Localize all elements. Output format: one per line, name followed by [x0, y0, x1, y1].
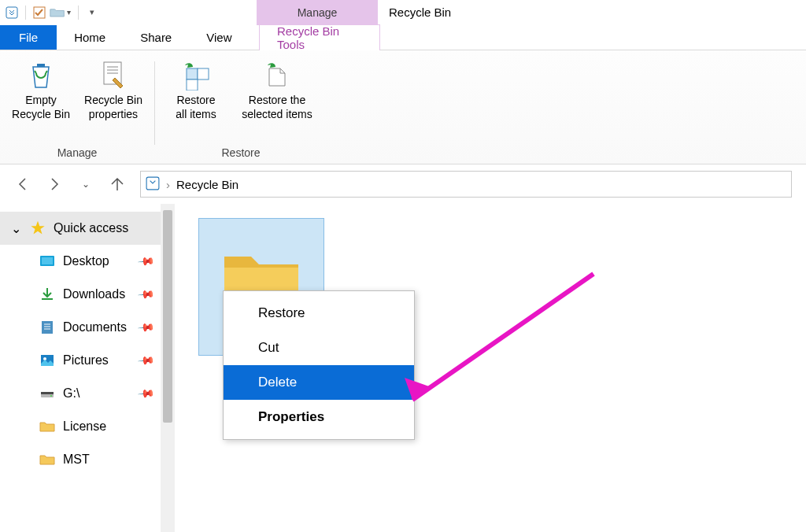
ribbon-group-manage: Empty Recycle Bin Recycle Bin properties… — [0, 57, 154, 164]
svg-rect-11 — [42, 257, 53, 264]
sidebar-label: G:\ — [63, 386, 79, 401]
ribbon-group-restore: Restore all items Restore the selected i… — [155, 57, 327, 164]
content-area: ⌄ Quick access Desktop 📌 Downloads 📌 Doc… — [0, 204, 806, 532]
checkbox-qat-icon[interactable] — [32, 6, 46, 20]
pin-icon: 📌 — [137, 285, 155, 303]
properties-label: Recycle Bin properties — [84, 93, 142, 121]
sidebar-label: Desktop — [63, 254, 109, 268]
tab-recycle-bin-tools[interactable]: Recycle Bin Tools — [259, 24, 380, 50]
navigation-pane: ⌄ Quick access Desktop 📌 Downloads 📌 Doc… — [0, 204, 161, 532]
restore-all-icon — [179, 58, 213, 91]
tab-file[interactable]: File — [0, 25, 57, 50]
sidebar-item-documents[interactable]: Documents 📌 — [0, 311, 161, 344]
quick-access-toolbar: ▾ ▾ — [0, 5, 99, 20]
recycle-bin-crumb-icon — [146, 176, 160, 193]
recycle-bin-icon — [24, 58, 57, 91]
sidebar-scrollbar[interactable] — [161, 204, 175, 532]
context-menu-cut[interactable]: Cut — [224, 331, 414, 365]
pin-icon: 📌 — [137, 384, 155, 402]
context-menu: Restore Cut Delete Properties — [223, 290, 415, 440]
chevron-down-icon[interactable]: ⌄ — [9, 221, 22, 236]
up-button[interactable] — [109, 175, 126, 193]
sidebar-label: Pictures — [63, 353, 109, 368]
svg-rect-19 — [41, 392, 54, 394]
empty-recycle-bin-label: Empty Recycle Bin — [12, 93, 70, 121]
desktop-icon — [38, 252, 57, 271]
restore-selected-label: Restore the selected items — [242, 93, 312, 121]
svg-rect-8 — [187, 79, 198, 91]
folder-qat-dropdown[interactable]: ▾ — [50, 5, 72, 20]
pin-icon: 📌 — [137, 252, 155, 270]
recycle-bin-small-icon[interactable] — [5, 6, 19, 20]
scrollbar-thumb[interactable] — [163, 210, 172, 423]
drive-icon — [38, 384, 57, 403]
sidebar-quick-access[interactable]: ⌄ Quick access — [0, 212, 161, 245]
properties-icon — [97, 58, 130, 91]
folder-icon — [38, 417, 57, 436]
navigation-bar: ⌄ › Recycle Bin — [0, 164, 806, 204]
tab-view[interactable]: View — [189, 25, 249, 50]
documents-icon — [38, 318, 57, 337]
svg-rect-6 — [187, 68, 198, 79]
sidebar-item-drive-g[interactable]: G:\ 📌 — [0, 377, 161, 410]
address-bar[interactable]: › Recycle Bin — [140, 171, 792, 198]
back-button[interactable] — [14, 175, 31, 193]
sidebar-label: MST — [63, 453, 90, 467]
contextual-tab-header[interactable]: Manage — [257, 0, 378, 25]
sidebar-label: Downloads — [63, 287, 125, 301]
recent-locations-dropdown[interactable]: ⌄ — [77, 175, 94, 193]
pin-icon: 📌 — [137, 351, 155, 369]
ribbon-group-restore-label: Restore — [221, 143, 260, 164]
empty-recycle-bin-button[interactable]: Empty Recycle Bin — [6, 57, 76, 143]
sidebar-item-pictures[interactable]: Pictures 📌 — [0, 344, 161, 377]
ribbon-group-manage-label: Manage — [57, 143, 98, 164]
tab-share[interactable]: Share — [123, 25, 189, 50]
restore-all-label: Restore all items — [176, 93, 216, 121]
ribbon-panel: Empty Recycle Bin Recycle Bin properties… — [0, 50, 806, 164]
sidebar-item-license[interactable]: License — [0, 410, 161, 443]
quick-access-label: Quick access — [54, 221, 128, 235]
svg-rect-7 — [198, 68, 209, 79]
breadcrumb-location[interactable]: Recycle Bin — [176, 178, 238, 191]
sidebar-label: License — [63, 419, 106, 434]
pin-icon: 📌 — [137, 318, 155, 336]
file-list-pane[interactable]: fp Restore Cut Delete Properties — [175, 204, 806, 532]
pictures-icon — [38, 351, 57, 370]
restore-selected-items-button[interactable]: Restore the selected items — [234, 57, 320, 143]
context-menu-restore[interactable]: Restore — [224, 296, 414, 331]
qat-customize-dropdown[interactable]: ▾ — [85, 6, 99, 20]
ribbon-tabs: File Home Share View Recycle Bin Tools — [0, 25, 806, 50]
restore-all-items-button[interactable]: Restore all items — [161, 57, 231, 143]
context-menu-delete[interactable]: Delete — [224, 365, 414, 400]
svg-line-21 — [412, 274, 593, 400]
svg-point-20 — [50, 395, 52, 397]
sidebar-item-desktop[interactable]: Desktop 📌 — [0, 245, 161, 278]
breadcrumb-separator-icon[interactable]: › — [166, 178, 170, 191]
sidebar-item-mst[interactable]: MST — [0, 443, 161, 476]
downloads-icon — [38, 285, 57, 304]
title-bar: ▾ ▾ Manage Recycle Bin — [0, 0, 806, 25]
context-menu-properties[interactable]: Properties — [224, 400, 414, 434]
tab-home[interactable]: Home — [57, 25, 123, 50]
sidebar-label: Documents — [63, 320, 127, 334]
restore-selected-icon — [261, 58, 294, 91]
sidebar-item-downloads[interactable]: Downloads 📌 — [0, 278, 161, 311]
forward-button[interactable] — [46, 175, 63, 193]
recycle-bin-properties-button[interactable]: Recycle Bin properties — [79, 57, 148, 143]
star-icon — [28, 219, 47, 238]
folder-icon — [38, 450, 57, 469]
window-title: Recycle Bin — [389, 6, 451, 19]
svg-rect-12 — [42, 321, 53, 334]
